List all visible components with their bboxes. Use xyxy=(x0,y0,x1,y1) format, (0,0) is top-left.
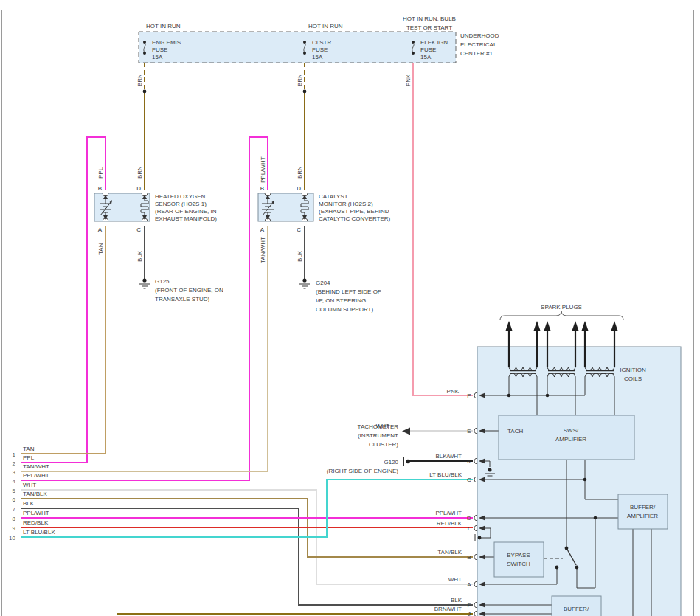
ignition-coils-label: COILS xyxy=(624,376,642,382)
module-pins: P E K C D L B A F J PNK WHT BLK/WHT LT B… xyxy=(376,388,485,616)
bypass-label: BYPASS xyxy=(507,552,530,558)
pin-letter: C xyxy=(467,477,471,483)
pin-letter: P xyxy=(467,392,471,399)
ground-dot xyxy=(302,278,306,282)
component-name: MONITOR (HO2S 2) xyxy=(319,201,373,207)
hot-in-run-label: HOT IN RUN xyxy=(308,23,343,30)
wire-pnk xyxy=(413,63,473,395)
buffer-amp-2-label: BUFFER/ xyxy=(564,606,589,612)
pin-letter: A xyxy=(467,581,471,588)
connector-wire-label: PPL xyxy=(23,454,35,461)
wire-label-blk: BLK xyxy=(451,597,462,603)
connector-pin-number: 9 xyxy=(13,525,16,532)
component-name: CATALYTIC CONVERTER) xyxy=(319,215,391,222)
buffer-amplifier-box xyxy=(618,494,668,529)
wire-label-tan-blk: TAN/BLK xyxy=(437,549,462,556)
heated-oxygen-sensor-ho2s1: B D A C HEATED OXYGEN SENSOR (HO2S 1) (R… xyxy=(94,185,217,233)
spark-plugs-label: SPARK PLUGS xyxy=(541,304,582,311)
ground-id: G125 xyxy=(155,278,170,285)
connector-wire-label: WHT xyxy=(23,482,36,488)
wire-label-brn: BRN xyxy=(297,166,303,179)
wire-label-ppl-wht: PPL/WHT xyxy=(435,510,462,516)
ground-desc: I/P, ON STEERING xyxy=(316,297,366,304)
hot-in-run-label: TEST OR START xyxy=(406,24,452,31)
wires xyxy=(21,63,473,614)
connector-pin-number: 7 xyxy=(13,506,16,513)
pin-letter: K xyxy=(467,458,471,465)
wire-label-brn: BRN xyxy=(297,74,303,86)
ground-g204: G204 (BEHIND LEFT SIDE OF I/P, ON STEERI… xyxy=(299,278,381,313)
ground-desc: COLUMN SUPPORT) xyxy=(316,306,373,313)
connector-wire-label: PPL/WHT xyxy=(23,472,49,479)
fuse-rating: 15A xyxy=(152,54,163,60)
wire-label-pnk-p: PNK xyxy=(447,388,460,395)
component-name: SENSOR (HO2S 1) xyxy=(155,201,207,207)
component-name: (EXHAUST PIPE, BEHIND xyxy=(319,208,389,215)
underhood-label: UNDERHOOD xyxy=(460,32,499,39)
ignition-coils-label: IGNITION xyxy=(620,367,646,373)
fuse-label: ENG EMIS xyxy=(152,39,181,46)
left-arrow-icon xyxy=(402,428,410,435)
fuse-rating: 15A xyxy=(312,54,323,60)
pin-letter: J xyxy=(468,611,471,616)
fuse-rating: 15A xyxy=(420,54,432,60)
tach-label: TACH xyxy=(507,428,523,435)
splice-dot xyxy=(303,90,307,94)
wire-label-ppl: PPL xyxy=(97,167,104,179)
wire-label-brn-wht: BRN/WHT xyxy=(434,606,462,612)
tachometer-label: CLUSTER) xyxy=(369,441,398,448)
connector-pin-number: 1 xyxy=(13,451,16,458)
sws-label: SWS/ xyxy=(564,427,579,434)
pin-letter: E xyxy=(467,428,471,435)
pin-letter: D xyxy=(467,515,471,522)
pin-letter: C xyxy=(297,226,301,233)
ground-icon xyxy=(139,284,150,288)
up-arrow-icon xyxy=(506,321,618,331)
underhood-electrical-center: ENG EMIS FUSE 15A CLSTR FUSE 15A ELEK IG… xyxy=(139,15,499,63)
wire-label-blk-wht: BLK/WHT xyxy=(435,453,462,460)
ground-g120: G120 (RIGHT SIDE OF ENGINE) xyxy=(327,457,410,474)
fuse-label: FUSE xyxy=(420,46,436,53)
pin-letter: A xyxy=(98,226,103,233)
connector-wire-label: TAN xyxy=(23,446,35,452)
component-name: EXHAUST MANIFOLD) xyxy=(155,215,217,222)
tachometer-callout: TACHOMETER (INSTRUMENT CLUSTER) xyxy=(358,423,410,448)
connector-pin-number: 8 xyxy=(13,516,16,522)
wiring-diagram: ENG EMIS FUSE 15A CLSTR FUSE 15A ELEK IG… xyxy=(0,0,700,616)
ground-desc: TRANSAXLE STUD) xyxy=(155,296,210,302)
wire-label-blk: BLK xyxy=(297,250,303,262)
wire-label-ppl-wht: PPL/WHT xyxy=(260,156,266,183)
connector-wire-label: BLK xyxy=(23,500,35,507)
fuse-label: FUSE xyxy=(312,46,328,53)
switch-pivot xyxy=(565,547,569,550)
wire-label-tan: TAN xyxy=(97,243,104,255)
hot-in-run-label: HOT IN RUN, BULB xyxy=(403,15,456,22)
bypass-label: SWITCH xyxy=(507,561,530,567)
connector-wire-label: PPL/WHT xyxy=(23,510,49,516)
pin-letter: A xyxy=(260,226,265,233)
ground-dot xyxy=(142,278,146,282)
pin-letter: C xyxy=(136,226,141,233)
splice-dot xyxy=(143,90,147,94)
tachometer-label: (INSTRUMENT xyxy=(358,432,398,439)
pin-arcs xyxy=(474,392,477,616)
connector-pin-number: 5 xyxy=(13,488,16,494)
fuse-label: FUSE xyxy=(152,46,167,53)
wire-label-tan-wht: TAN/WHT xyxy=(260,237,266,263)
fuse-label: ELEK IGN xyxy=(420,39,448,46)
ground-desc: (FRONT OF ENGINE, ON xyxy=(155,287,223,294)
fuse-label: CLSTR xyxy=(312,39,331,46)
wire-ppl xyxy=(21,137,105,463)
pin-letter: D xyxy=(136,185,141,192)
connector-wire-label: TAN/WHT xyxy=(23,463,49,470)
sws-label: AMPLIFIER xyxy=(555,436,586,443)
wire-label-brn: BRN xyxy=(136,74,143,86)
switch-contact xyxy=(555,566,559,570)
wire-label-pnk: PNK xyxy=(405,74,412,86)
ground-icon xyxy=(299,284,310,288)
wire-label-lt-blu-blk: LT BLU/BLK xyxy=(429,471,462,478)
tachometer-label: TACHOMETER xyxy=(358,423,399,430)
underhood-label: CENTER #1 xyxy=(460,50,493,57)
bypass-switch-box xyxy=(494,542,544,577)
connector-wire-label: TAN/BLK xyxy=(23,491,47,497)
